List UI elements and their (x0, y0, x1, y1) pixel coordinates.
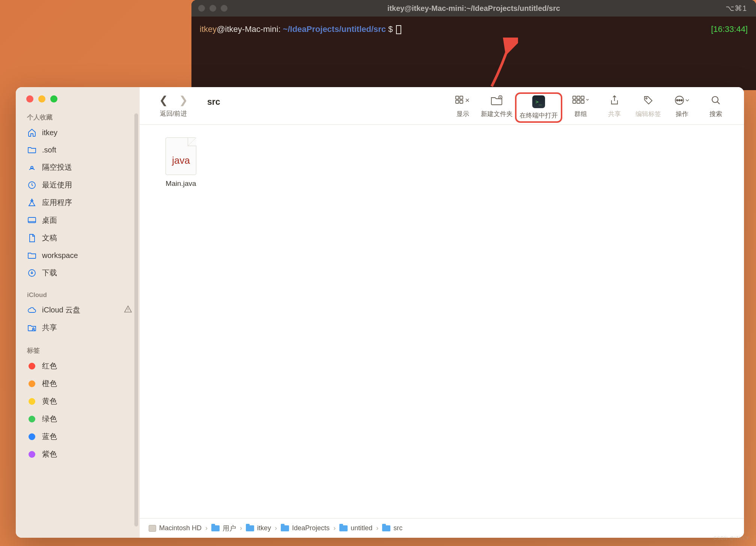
prompt-path: ~/IdeaProjects/untitled/src (283, 24, 386, 34)
path-label: untitled (351, 524, 372, 532)
finder-traffic-lights (16, 87, 140, 109)
sidebar-item-label: 共享 (42, 323, 57, 333)
terminal-time: [16:33:44] (711, 24, 748, 35)
sidebar-tags-title: 标签 (16, 342, 140, 357)
path-label: src (393, 524, 402, 532)
prompt-user: itkey (200, 24, 217, 34)
sidebar-item-home[interactable]: itkey (16, 124, 140, 141)
sidebar-item-folder[interactable]: workspace (16, 247, 140, 264)
terminal-titlebar[interactable]: itkey@itkey-Mac-mini:~/IdeaProjects/unti… (191, 0, 756, 17)
path-separator: › (240, 524, 242, 532)
finder-close-button[interactable] (26, 95, 33, 103)
finder-minimize-button[interactable] (38, 95, 45, 103)
actions-icon (675, 94, 690, 107)
sidebar-scrollbar[interactable] (134, 113, 138, 526)
toolbar-new-folder[interactable]: 新建文件夹 (480, 94, 514, 118)
terminal-minimize-button[interactable] (209, 5, 216, 12)
path-crumb[interactable]: itkey (246, 524, 271, 532)
download-icon (27, 268, 37, 278)
finder-maximize-button[interactable] (50, 95, 57, 103)
sidebar-item-cloud[interactable]: iCloud 云盘 (16, 301, 140, 319)
sidebar-tags-list: 红色橙色黄色绿色蓝色紫色 (16, 357, 140, 463)
java-file-icon: java (166, 137, 196, 175)
toolbar-share[interactable]: 共享 (598, 94, 631, 118)
svg-point-21 (712, 97, 718, 103)
file-item[interactable]: javaMain.java (155, 137, 207, 188)
path-separator: › (205, 524, 208, 532)
path-crumb[interactable]: src (382, 524, 402, 532)
sidebar-tag-item[interactable]: 红色 (16, 357, 140, 375)
nav-label: 返回/前进 (160, 109, 187, 118)
svg-rect-5 (456, 96, 459, 99)
terminal-window: itkey@itkey-Mac-mini:~/IdeaProjects/unti… (191, 0, 756, 90)
sidebar-item-label: 黄色 (42, 396, 57, 406)
path-separator: › (275, 524, 277, 532)
sidebar-item-folder[interactable]: .soft (16, 141, 140, 158)
sidebar-item-shared[interactable]: 共享 (16, 319, 140, 336)
finder-title: src (207, 97, 220, 107)
path-crumb[interactable]: IdeaProjects (281, 524, 330, 532)
toolbar-view[interactable]: 显示 (446, 94, 480, 118)
finder-sidebar: 个人收藏 itkey.soft隔空投送最近使用应用程序桌面文稿workspace… (16, 87, 140, 538)
sidebar-item-airdrop[interactable]: 隔空投送 (16, 158, 140, 176)
sidebar-item-label: 蓝色 (42, 431, 57, 442)
folder-icon (211, 525, 220, 531)
sidebar-item-apps[interactable]: 应用程序 (16, 194, 140, 211)
disk-icon (149, 525, 156, 532)
sidebar-tag-item[interactable]: 蓝色 (16, 428, 140, 445)
path-crumb[interactable]: untitled (339, 524, 372, 532)
svg-point-18 (679, 100, 680, 101)
shared-icon (27, 323, 37, 333)
terminal-cursor (396, 25, 401, 34)
terminal-close-button[interactable] (198, 5, 205, 12)
apps-icon (27, 198, 37, 208)
sidebar-item-doc[interactable]: 文稿 (16, 229, 140, 247)
finder-toolbar: ❮ ❯ 返回/前进 src 显示 新建文件夹 >_ 在终端中打开 群组 (140, 87, 744, 125)
finder-content[interactable]: javaMain.java (140, 125, 744, 518)
sidebar-tag-item[interactable]: 绿色 (16, 410, 140, 428)
toolbar-open-terminal[interactable]: >_ 在终端中打开 (515, 92, 562, 123)
path-crumb[interactable]: Macintosh HD (149, 524, 202, 532)
toolbar-groups[interactable]: 群组 (564, 94, 598, 118)
finder-pathbar: Macintosh HD›用户›itkey›IdeaProjects›untit… (140, 518, 744, 538)
sidebar-item-download[interactable]: 下载 (16, 264, 140, 282)
sidebar-item-label: 红色 (42, 361, 57, 371)
folder-icon (27, 250, 37, 260)
terminal-maximize-button[interactable] (221, 5, 227, 12)
sidebar-favorites-title: 个人收藏 (16, 109, 140, 124)
sidebar-item-clock[interactable]: 最近使用 (16, 176, 140, 194)
sidebar-tag-item[interactable]: 橙色 (16, 375, 140, 392)
toolbar-actions[interactable]: 操作 (665, 94, 699, 118)
doc-icon (27, 233, 37, 243)
path-crumb[interactable]: 用户 (211, 524, 236, 533)
toolbar-tags[interactable]: 编辑标签 (631, 94, 665, 118)
sidebar-tag-item[interactable]: 紫色 (16, 445, 140, 463)
home-icon (27, 128, 37, 137)
sidebar-tag-item[interactable]: 黄色 (16, 392, 140, 410)
finder-main: ❮ ❯ 返回/前进 src 显示 新建文件夹 >_ 在终端中打开 群组 (140, 87, 744, 538)
folder-icon (382, 525, 390, 531)
sidebar-item-label: 隔空投送 (42, 162, 72, 172)
toolbar-nav: ❮ ❯ 返回/前进 (151, 94, 196, 118)
svg-point-19 (676, 100, 678, 101)
sidebar-item-label: iCloud 云盘 (42, 305, 80, 315)
groups-icon (572, 94, 589, 107)
toolbar-search[interactable]: 搜索 (699, 94, 733, 118)
cloud-icon (27, 305, 37, 315)
path-separator: › (376, 524, 378, 532)
svg-rect-7 (456, 100, 459, 103)
tag-color-dot (29, 363, 35, 370)
terminal-body[interactable]: itkey@itkey-Mac-mini: ~/IdeaProjects/unt… (191, 17, 756, 42)
svg-rect-2 (28, 217, 36, 223)
sidebar-item-label: 应用程序 (42, 198, 72, 208)
forward-button[interactable]: ❯ (179, 94, 188, 106)
back-button[interactable]: ❮ (159, 94, 168, 106)
svg-rect-12 (581, 96, 584, 99)
path-label: IdeaProjects (292, 524, 330, 532)
sidebar-item-label: itkey (42, 128, 57, 137)
folder-icon (246, 525, 254, 531)
path-separator: › (333, 524, 336, 532)
desktop-icon (27, 216, 37, 225)
tag-color-dot (29, 451, 35, 458)
sidebar-item-desktop[interactable]: 桌面 (16, 211, 140, 229)
